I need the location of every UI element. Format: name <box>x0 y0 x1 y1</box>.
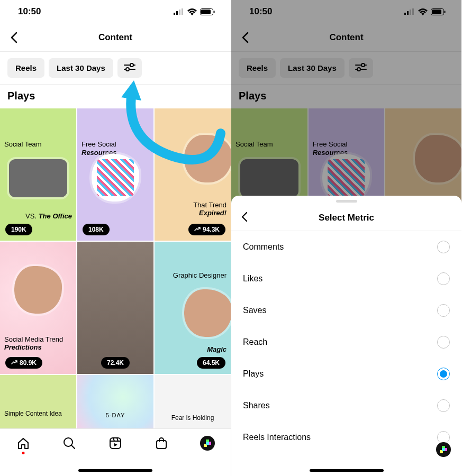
metric-list: CommentsLikesSavesReachPlaysSharesReels … <box>231 231 461 453</box>
svg-rect-24 <box>445 11 446 13</box>
content-tile[interactable]: Fear is Holding <box>155 375 231 430</box>
header: Content <box>0 23 231 52</box>
tile-thumb <box>184 289 231 337</box>
plays-badge: 72.4K <box>101 357 130 369</box>
metric-label: Comments <box>243 242 284 252</box>
metric-option[interactable]: Shares <box>231 390 461 422</box>
section-title: Plays <box>231 85 461 108</box>
svg-rect-5 <box>201 10 211 14</box>
status-bar: 10:50 <box>0 0 231 23</box>
content-tile[interactable]: Social Team VS. The Office 190K <box>0 108 76 241</box>
sheet-grabber[interactable] <box>336 200 357 203</box>
chip-time-range: Last 30 Days <box>280 58 345 78</box>
content-grid: Social Team VS. The Office 190K Free Soc… <box>0 108 231 430</box>
page-title: Content <box>0 32 231 43</box>
tile-caption-top: Simple Content Idea <box>4 410 72 417</box>
plays-badge: 190K <box>5 224 32 235</box>
tile-thumb <box>184 135 231 182</box>
svg-rect-20 <box>410 10 411 15</box>
content-tile[interactable]: Simple Content Idea <box>0 375 76 430</box>
tile-caption-top: Graphic Designer <box>159 271 227 280</box>
tile-caption-top: Social Team <box>4 140 72 149</box>
svg-point-28 <box>357 68 360 71</box>
sheet-back-button[interactable] <box>241 212 248 224</box>
back-button <box>238 30 252 45</box>
plays-badge: 94.3K <box>188 224 225 235</box>
home-indicator[interactable] <box>310 469 384 472</box>
content-tile[interactable]: Free SocialResources 108K <box>77 108 153 241</box>
metric-option[interactable]: Saves <box>231 295 461 326</box>
sheet-header: Select Metric <box>231 205 461 231</box>
plays-badge: 80.9K <box>5 357 42 369</box>
chip-content-type: Reels <box>239 58 276 78</box>
phone-right-select-metric: 10:50 Content Reels Last 30 Days Plays S… <box>231 0 461 476</box>
tab-home[interactable] <box>15 435 31 451</box>
svg-point-8 <box>130 63 133 67</box>
filter-chips: Reels Last 30 Days <box>0 52 231 85</box>
svg-rect-13 <box>110 438 121 448</box>
svg-rect-23 <box>432 10 441 14</box>
status-bar: 10:50 <box>231 0 461 23</box>
metric-option[interactable]: Reach <box>231 326 461 358</box>
svg-rect-21 <box>412 8 414 15</box>
status-time: 10:50 <box>18 6 41 17</box>
radio-icon <box>437 336 450 349</box>
chip-label: Last 30 Days <box>57 63 105 72</box>
chip-time-range[interactable]: Last 30 Days <box>49 58 113 78</box>
tab-profile[interactable] <box>200 435 215 451</box>
chip-content-type[interactable]: Reels <box>7 58 44 78</box>
content-tile[interactable]: Social Media Trend Predictions 80.9K <box>0 242 76 374</box>
floating-profile-avatar[interactable] <box>436 442 451 457</box>
tile-thumb <box>14 266 62 314</box>
phone-left-content-screen: 10:50 Content Reels Last 30 Days Plays <box>0 0 231 476</box>
svg-rect-3 <box>182 8 183 15</box>
wifi-icon <box>418 8 428 15</box>
back-button[interactable] <box>6 30 21 45</box>
cellular-signal-icon <box>404 8 415 15</box>
metric-option[interactable]: Likes <box>231 263 461 295</box>
tile-caption-top: Fear is Holding <box>159 414 227 422</box>
metric-label: Reach <box>243 337 267 347</box>
tile-thumb <box>92 154 139 202</box>
metric-label: Likes <box>243 274 262 283</box>
metric-label: Plays <box>243 369 264 379</box>
svg-rect-0 <box>174 13 175 15</box>
page-title: Content <box>231 32 461 43</box>
content-tile[interactable]: That Trend Expired! 94.3K <box>155 108 231 241</box>
tile-caption-top: 5-DAY <box>81 412 149 419</box>
plays-badge: 64.5K <box>197 357 225 369</box>
tile-caption-bottom: VS. The Office <box>4 212 72 221</box>
tab-shop[interactable] <box>153 435 169 451</box>
metric-label: Saves <box>243 306 266 315</box>
svg-rect-1 <box>176 11 178 15</box>
wifi-icon <box>187 8 197 15</box>
radio-icon <box>437 304 450 317</box>
tab-search[interactable] <box>61 435 77 451</box>
battery-icon <box>200 8 215 15</box>
content-tile[interactable]: Graphic Designer Magic 64.5K <box>155 242 231 374</box>
svg-rect-17 <box>157 441 166 448</box>
chip-label: Reels <box>15 63 37 72</box>
radio-icon <box>437 272 450 285</box>
svg-rect-2 <box>179 10 180 15</box>
profile-avatar-icon <box>200 436 215 451</box>
plays-badge: 108K <box>83 224 110 235</box>
sheet-title: Select Metric <box>231 213 461 223</box>
cellular-signal-icon <box>174 8 184 15</box>
metric-option[interactable]: Comments <box>231 231 461 263</box>
status-icons <box>404 8 446 15</box>
home-indicator[interactable] <box>78 469 152 472</box>
metric-option[interactable]: Reels Interactions <box>231 422 461 453</box>
content-tile[interactable]: 5-DAY <box>77 375 153 430</box>
svg-rect-19 <box>407 11 409 15</box>
radio-icon <box>437 241 450 253</box>
radio-icon <box>437 368 450 380</box>
metric-label: Shares <box>243 401 270 410</box>
content-tile[interactable]: 72.4K <box>77 242 153 374</box>
metric-option[interactable]: Plays <box>231 358 461 390</box>
chip-sort-filter[interactable] <box>117 58 142 78</box>
svg-point-10 <box>126 68 129 71</box>
svg-rect-18 <box>404 13 406 15</box>
tile-caption-bottom: Magic <box>159 345 227 354</box>
tab-reels[interactable] <box>107 435 123 451</box>
